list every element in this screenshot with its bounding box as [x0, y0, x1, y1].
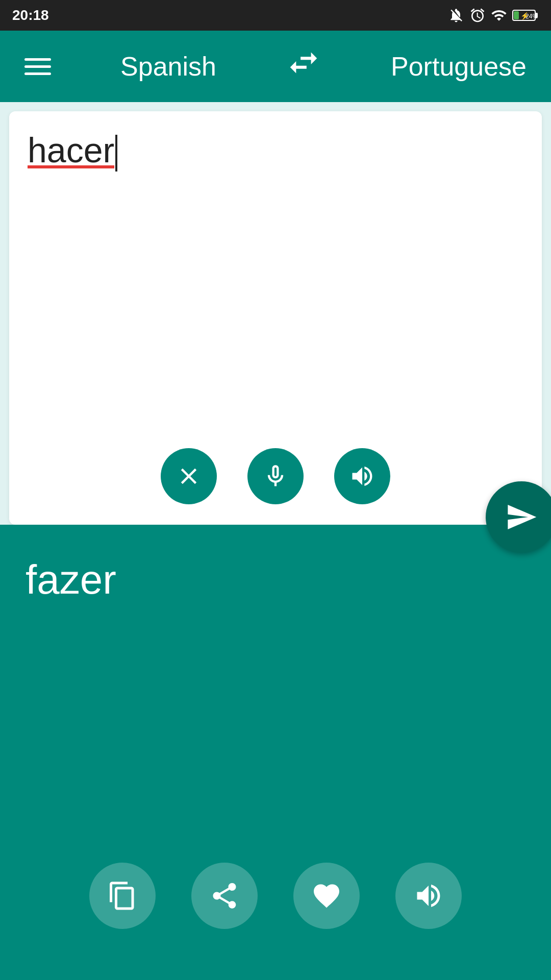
share-button[interactable] — [191, 863, 258, 929]
swap-languages-button[interactable] — [286, 45, 321, 88]
menu-button[interactable] — [24, 58, 51, 75]
speak-output-button[interactable] — [395, 863, 462, 929]
heart-icon — [311, 880, 342, 911]
volume-output-icon — [413, 880, 444, 911]
speak-input-button[interactable] — [334, 448, 390, 504]
volume-icon — [349, 463, 375, 489]
favorite-button[interactable] — [293, 863, 360, 929]
input-text[interactable]: hacer — [28, 130, 523, 438]
output-text: fazer — [26, 555, 525, 863]
input-word: hacer — [28, 131, 114, 169]
close-icon — [176, 463, 202, 489]
output-actions — [26, 863, 525, 949]
text-cursor — [115, 135, 117, 172]
status-icons: ⚡ 24% — [448, 7, 539, 23]
target-language-button[interactable]: Portuguese — [391, 51, 527, 82]
svg-rect-2 — [514, 11, 519, 19]
share-icon — [209, 880, 240, 911]
status-bar: 20:18 ⚡ 24% — [0, 0, 551, 31]
translate-button[interactable] — [486, 481, 551, 553]
toolbar: Spanish Portuguese — [0, 31, 551, 102]
input-section: hacer — [9, 111, 542, 525]
signal-icon — [491, 7, 507, 23]
copy-icon — [107, 880, 138, 911]
battery-icon: ⚡ 24% — [512, 7, 539, 23]
microphone-icon — [262, 463, 289, 489]
svg-text:24%: 24% — [525, 13, 538, 20]
input-actions — [28, 448, 523, 504]
notification-icon — [448, 7, 464, 23]
copy-button[interactable] — [89, 863, 156, 929]
send-icon — [505, 501, 538, 533]
main-content: hacer — [0, 102, 551, 980]
status-time: 20:18 — [12, 7, 49, 23]
alarm-icon — [469, 7, 486, 23]
microphone-button[interactable] — [247, 448, 304, 504]
clear-button[interactable] — [161, 448, 217, 504]
output-section: fazer — [0, 525, 551, 980]
source-language-button[interactable]: Spanish — [120, 51, 216, 82]
